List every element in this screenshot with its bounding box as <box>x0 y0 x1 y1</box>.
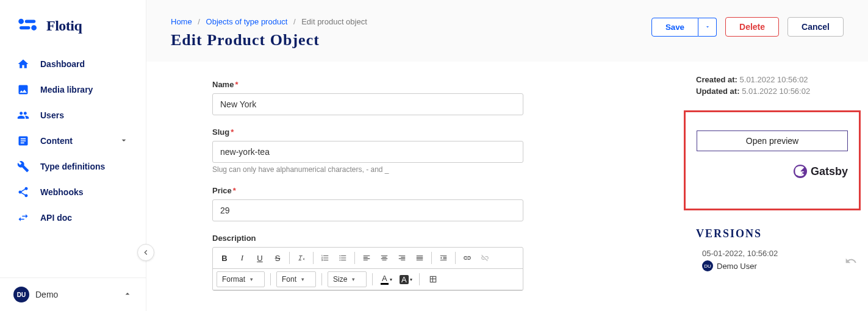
name-label: Name* <box>212 80 648 89</box>
align-left-button[interactable] <box>359 250 375 266</box>
outdent-button[interactable] <box>436 250 451 266</box>
gatsby-logo: Gatsby <box>794 165 848 178</box>
save-button[interactable]: Save <box>651 18 698 37</box>
breadcrumb-home[interactable]: Home <box>171 17 192 26</box>
slug-input[interactable] <box>212 141 523 163</box>
user-menu[interactable]: DU Demo <box>0 277 146 311</box>
size-select[interactable]: Size <box>328 271 367 287</box>
versions-heading: VERSIONS <box>696 227 857 240</box>
strike-button[interactable]: S <box>270 250 285 266</box>
sidebar-item-users[interactable]: Users <box>0 102 146 128</box>
svg-point-0 <box>18 19 24 24</box>
sidebar-item-label: Dashboard <box>40 59 85 69</box>
header-actions: Save Delete Cancel <box>651 17 844 37</box>
breadcrumb-objects[interactable]: Objects of type product <box>206 17 288 26</box>
logo[interactable]: Flotiq <box>0 0 146 45</box>
bg-color-button[interactable]: A▾ <box>398 271 414 287</box>
bullet-list-button[interactable] <box>335 250 351 266</box>
name-input[interactable] <box>212 93 523 115</box>
editor-toolbar-1: B I U S <box>213 248 523 269</box>
avatar: DU <box>13 287 29 302</box>
breadcrumb: Home / Objects of type product / Edit pr… <box>171 17 651 26</box>
version-user: DU Demo User <box>702 260 857 271</box>
sidebar-item-types[interactable]: Type definitions <box>0 154 146 179</box>
editor-toolbar-2: Format Font Size A▾ A▾ <box>213 269 523 290</box>
bold-button[interactable]: B <box>217 250 232 266</box>
align-justify-button[interactable] <box>412 250 428 266</box>
revert-icon[interactable] <box>845 255 857 269</box>
sidebar: Flotiq Dashboard Media library Users Con… <box>0 0 146 311</box>
nav: Dashboard Media library Users Content Ty… <box>0 45 146 277</box>
home-icon <box>17 58 29 70</box>
image-icon <box>17 84 29 96</box>
svg-rect-1 <box>25 20 36 23</box>
form: Name* Slug* Slug can only have alphanume… <box>146 62 685 311</box>
svg-point-3 <box>31 25 37 30</box>
svg-rect-2 <box>20 26 30 29</box>
version-date: 05-01-2022, 10:56:02 <box>702 249 857 258</box>
breadcrumb-current: Edit product object <box>301 17 367 26</box>
main: Home / Objects of type product / Edit pr… <box>146 0 868 311</box>
logo-text: Flotiq <box>46 18 82 34</box>
cancel-button[interactable]: Cancel <box>787 17 844 37</box>
format-select[interactable]: Format <box>217 271 265 287</box>
sidebar-item-label: API doc <box>40 213 72 223</box>
preview-box: Open preview Gatsby <box>684 110 861 210</box>
user-name: Demo <box>35 290 58 299</box>
created-at: Created at: 5.01.2022 10:56:02 <box>696 75 857 84</box>
share-icon <box>17 186 29 198</box>
save-dropdown-button[interactable] <box>698 18 717 37</box>
italic-button[interactable]: I <box>234 250 250 266</box>
align-right-button[interactable] <box>394 250 410 266</box>
delete-button[interactable]: Delete <box>725 17 779 37</box>
sidebar-item-api[interactable]: API doc <box>0 205 146 231</box>
sidebar-item-label: Type definitions <box>40 162 105 171</box>
open-preview-button[interactable]: Open preview <box>697 130 848 151</box>
sidebar-item-content[interactable]: Content <box>0 128 146 154</box>
users-icon <box>17 109 29 121</box>
align-center-button[interactable] <box>376 250 392 266</box>
sidebar-item-label: Media library <box>40 85 93 95</box>
clear-format-button[interactable] <box>293 250 309 266</box>
rich-editor: B I U S <box>212 247 523 291</box>
updated-at: Updated at: 5.01.2022 10:56:02 <box>696 87 857 96</box>
sidebar-item-label: Webhooks <box>40 187 84 197</box>
slug-label: Slug* <box>212 127 648 137</box>
sidebar-item-label: Content <box>40 136 73 146</box>
swap-icon <box>17 212 29 224</box>
chevron-up-icon <box>123 289 132 301</box>
slug-hint: Slug can only have alphanumerical charac… <box>212 165 648 174</box>
numbered-list-button[interactable] <box>317 250 333 266</box>
price-label: Price* <box>212 186 648 195</box>
unlink-button[interactable] <box>477 250 493 266</box>
table-button[interactable] <box>425 271 441 287</box>
wrench-icon <box>17 160 29 173</box>
page-title: Edit Product Object <box>171 31 651 49</box>
chevron-down-icon <box>119 135 129 147</box>
link-button[interactable] <box>459 250 475 266</box>
sidebar-item-label: Users <box>40 110 64 120</box>
underline-button[interactable]: U <box>252 250 268 266</box>
sidebar-item-webhooks[interactable]: Webhooks <box>0 179 146 205</box>
header: Home / Objects of type product / Edit pr… <box>146 0 868 62</box>
description-label: Description <box>212 234 648 243</box>
right-panel: Created at: 5.01.2022 10:56:02 Updated a… <box>685 62 868 311</box>
avatar: DU <box>702 260 713 271</box>
sidebar-item-media[interactable]: Media library <box>0 77 146 102</box>
sidebar-item-dashboard[interactable]: Dashboard <box>0 51 146 77</box>
version-item[interactable]: 05-01-2022, 10:56:02 DU Demo User <box>696 249 857 271</box>
text-color-button[interactable]: A▾ <box>378 271 394 287</box>
price-input[interactable] <box>212 199 523 221</box>
font-select[interactable]: Font <box>276 271 316 287</box>
document-icon <box>17 135 29 147</box>
sidebar-collapse-button[interactable] <box>137 244 154 261</box>
